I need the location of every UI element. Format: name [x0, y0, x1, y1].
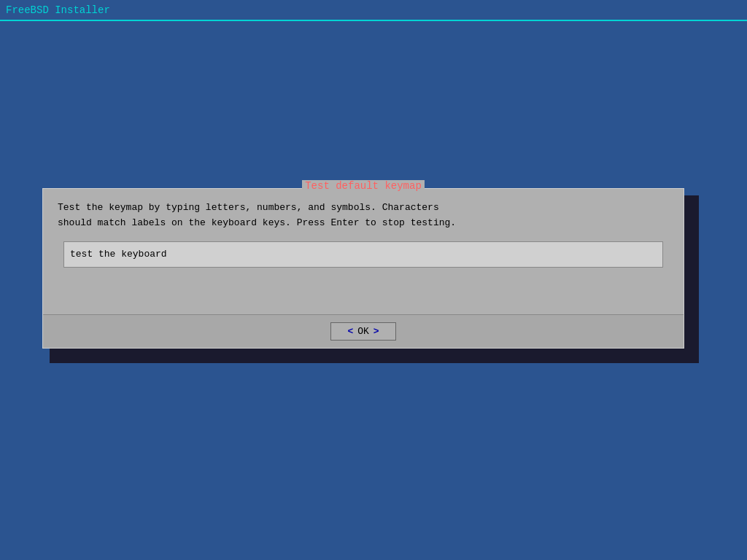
arrow-right-icon: > [374, 326, 379, 337]
arrow-left-icon: < [347, 326, 353, 337]
dialog-content: Test the keymap by typing letters, numbe… [43, 189, 684, 276]
title-line [0, 20, 747, 21]
keyboard-test-input-area[interactable] [63, 241, 663, 268]
ok-button-label: OK [357, 326, 369, 337]
dialog-title: Test default keymap [302, 180, 425, 192]
dialog-button-bar: < OK > [43, 314, 684, 348]
dialog-box: Test default keymap Test the keymap by t… [42, 188, 684, 349]
dialog-description: Test the keymap by typing letters, numbe… [58, 201, 669, 231]
dialog-title-bar: Test default keymap [43, 180, 684, 192]
app-title: FreeBSD Installer [6, 4, 110, 16]
keyboard-test-input[interactable] [70, 249, 657, 260]
title-bar: FreeBSD Installer [0, 0, 747, 20]
ok-button[interactable]: < OK > [330, 322, 396, 341]
